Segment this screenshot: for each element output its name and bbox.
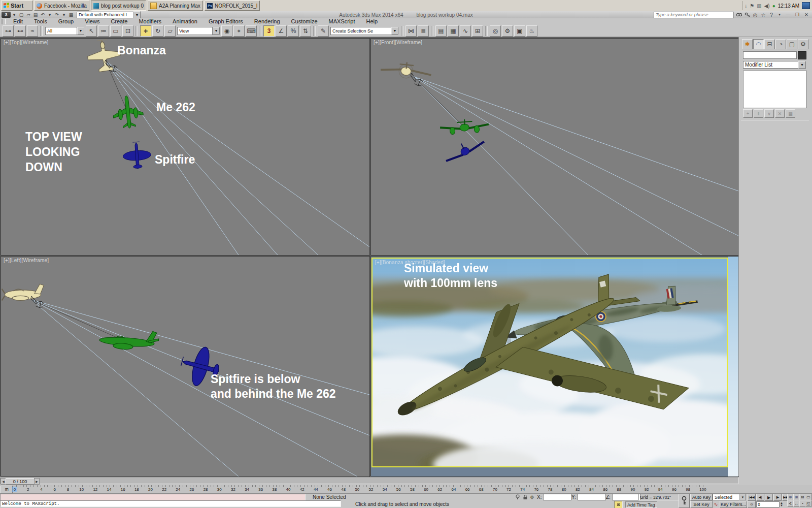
zoom-extents-button[interactable]: ⊠ <box>799 494 805 500</box>
help-dropdown-arrow[interactable]: ▾ <box>776 12 783 18</box>
command-panel-tab-modify[interactable]: ◠ <box>753 39 764 49</box>
open-file-icon[interactable]: ▱ <box>25 12 32 18</box>
zoom-button[interactable]: ⊕ <box>787 494 793 500</box>
menu-animation[interactable]: Animation <box>167 18 203 25</box>
me262-wireframe[interactable] <box>439 118 489 136</box>
rendered-frame-window-button[interactable]: ▣ <box>514 25 525 37</box>
reference-coordinate-system-dropdown[interactable]: View▼ <box>177 27 220 35</box>
menu-tools[interactable]: Tools <box>28 18 53 25</box>
z-coordinate-field[interactable] <box>612 494 640 500</box>
x-coordinate-field[interactable] <box>543 494 571 500</box>
menu-create[interactable]: Create <box>105 18 133 25</box>
maxscript-mini-listener-white[interactable]: Welcome to MAXScript. <box>0 500 341 507</box>
search-input[interactable] <box>654 12 734 18</box>
max-logo-button[interactable]: 3 <box>2 12 11 18</box>
show-desktop-icon[interactable] <box>802 2 810 9</box>
selection-lock-toggle[interactable]: ⊠ <box>614 501 623 508</box>
save-file-icon[interactable]: ▤ <box>32 12 39 18</box>
time-slider-handle[interactable]: 0 / 100 <box>6 478 35 485</box>
time-slider-track[interactable]: ◀ 0 / 100 ▶ <box>0 478 738 484</box>
snaps-toggle-button[interactable]: 3 <box>263 25 275 37</box>
viewport-camera[interactable]: NL <box>371 257 738 477</box>
flag-tray-icon[interactable]: ⚑ <box>750 3 754 9</box>
new-scene-icon[interactable]: ▢ <box>18 12 25 18</box>
taskbar-item-folder[interactable]: A2A Planning Max <box>148 1 203 11</box>
subscription-key-icon[interactable] <box>744 12 750 18</box>
camera-wireframe[interactable] <box>408 73 424 87</box>
bonanza-wireframe[interactable] <box>380 59 432 81</box>
layer-manager-button[interactable]: ▤ <box>435 25 447 37</box>
viewport-top-label[interactable]: [+][Top][Wireframe] <box>4 40 49 45</box>
modifier-list-dropdown[interactable]: Modifier List ▼ <box>743 61 806 69</box>
zoom-region-button[interactable]: ▭ <box>805 494 811 500</box>
auto-key-button[interactable]: Auto Key <box>690 494 713 501</box>
select-by-name-button[interactable]: ≔ <box>98 25 109 37</box>
key-mode-toggle[interactable]: ⊙ <box>748 501 756 508</box>
select-and-rotate-button[interactable]: ↻ <box>152 25 163 37</box>
select-and-scale-button[interactable]: ▱ <box>164 25 176 37</box>
mirror-button[interactable]: ⋈ <box>405 25 417 37</box>
selection-filter-dropdown[interactable]: All▼ <box>45 27 84 35</box>
menu-rendering[interactable]: Rendering <box>249 18 286 25</box>
selection-lock-icon[interactable] <box>522 494 528 500</box>
menu-views[interactable]: Views <box>79 18 105 25</box>
next-frame-button[interactable]: |▶ <box>773 494 782 501</box>
viewport-top[interactable]: [+][Top][Wireframe] Bonanza Me 262 Spitf… <box>1 39 369 255</box>
spitfire-wireframe[interactable] <box>442 134 486 165</box>
command-panel-tab-hierarchy[interactable]: ⊟ <box>764 39 775 49</box>
show-end-result-button[interactable]: ‖ <box>754 109 763 118</box>
volume-tray-icon[interactable]: ◀) <box>764 3 770 9</box>
schematic-view-button[interactable]: ⊞ <box>472 25 483 37</box>
key-filters-button[interactable]: Key Filters... <box>720 501 747 508</box>
angle-snap-button[interactable]: ∠ <box>276 25 287 37</box>
select-and-link-button[interactable]: ⊶ <box>3 25 14 37</box>
select-object-button[interactable]: ↖ <box>86 25 97 37</box>
viewport-left-label[interactable]: [+][Left][Wireframe] <box>4 258 49 263</box>
set-keys-button[interactable] <box>679 494 690 508</box>
material-editor-button[interactable]: ◎ <box>490 25 501 37</box>
viewport-left[interactable]: [+][Left][Wireframe] Spitfire is below a… <box>1 257 369 477</box>
named-selection-sets-dropdown[interactable]: Create Selection Se▼ <box>330 27 398 35</box>
next-frame-arrow[interactable]: ▶ <box>34 478 40 485</box>
spitfire-wireframe[interactable] <box>122 141 152 170</box>
select-and-move-button[interactable]: + <box>140 25 151 37</box>
project-folder-icon[interactable]: ▦ <box>67 12 75 18</box>
taskbar-item-3dsmax[interactable]: blog post workup 04.ma... <box>91 1 146 11</box>
keyboard-override-button[interactable]: ⌨ <box>246 25 257 37</box>
orbit-button[interactable]: ◔ <box>799 500 805 507</box>
redo-dropdown-arrow[interactable]: ▾ <box>60 12 67 18</box>
remove-modifier-button[interactable]: ✕ <box>775 109 785 118</box>
start-button[interactable]: Start <box>1 1 32 11</box>
command-panel-tab-display[interactable]: ▢ <box>787 39 797 49</box>
window-crossing-button[interactable]: ⊡ <box>122 25 133 37</box>
maximize-viewport-button[interactable]: ◱ <box>805 500 811 507</box>
configure-modifier-sets-button[interactable]: ▦ <box>786 109 795 118</box>
object-name-field[interactable] <box>743 51 797 59</box>
play-button[interactable]: ▶ <box>765 494 773 501</box>
select-and-manipulate-button[interactable]: ⌖ <box>233 25 245 37</box>
viewport-camera-label[interactable]: [+][Bonanza shooter][Shaded] <box>375 260 445 265</box>
updates-tray-icon[interactable]: ↓ <box>745 3 747 9</box>
command-panel-tab-motion[interactable]: ◔ <box>775 39 786 49</box>
taskbar-item-firefox[interactable]: Facebook - Mozilla Firefox <box>34 1 89 11</box>
frame-spinner[interactable]: ▲▼ <box>780 502 783 507</box>
maxscript-mini-listener-pink[interactable] <box>0 494 306 501</box>
unlink-selection-button[interactable]: ⊷ <box>15 25 26 37</box>
workspace-dropdown[interactable]: Default with Enhanced I ▼ <box>77 12 141 18</box>
selection-set-dropdown[interactable]: Selected ▼ <box>713 494 746 500</box>
pan-button[interactable]: ↔ <box>793 500 799 507</box>
pin-stack-button[interactable]: ⌖ <box>743 109 753 118</box>
object-color-swatch[interactable] <box>798 51 806 59</box>
set-key-button[interactable]: Set Key <box>690 501 713 508</box>
restore-button[interactable]: ❐ <box>794 12 801 18</box>
y-coordinate-field[interactable] <box>578 494 606 500</box>
undo-dropdown-arrow[interactable]: ▾ <box>46 12 53 18</box>
menu-edit[interactable]: Edit <box>8 18 28 25</box>
make-unique-button[interactable]: ∨ <box>764 109 774 118</box>
redo-icon[interactable]: ↷ <box>53 12 60 18</box>
modifier-stack[interactable] <box>743 71 807 108</box>
render-production-button[interactable]: ♨ <box>526 25 537 37</box>
command-panel-tab-create[interactable]: ✱ <box>742 39 753 49</box>
spinner-snap-button[interactable]: ⇅ <box>300 25 311 37</box>
go-to-start-button[interactable]: |◀◀ <box>748 494 756 501</box>
